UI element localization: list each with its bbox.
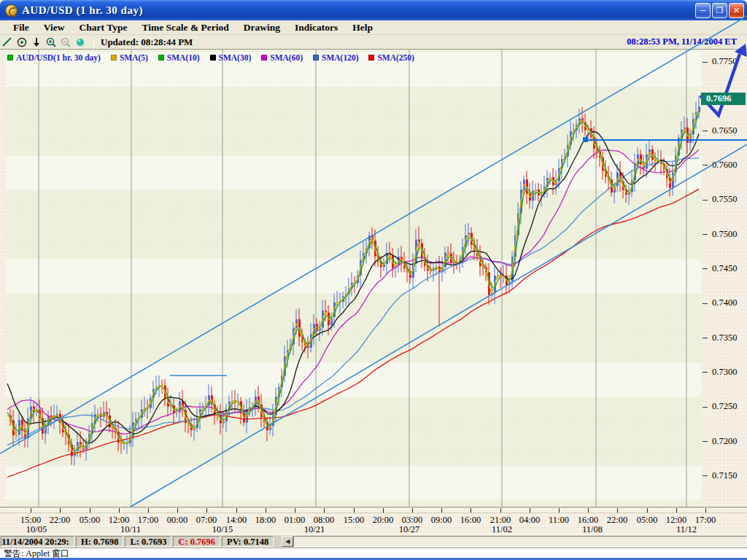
price-axis-label: 0.7550 <box>712 194 747 205</box>
legend-swatch <box>368 55 374 61</box>
current-price-badge: 0.7696 <box>701 93 746 105</box>
menu-item-file[interactable]: File <box>6 21 36 34</box>
legend-label: SMA(30) <box>219 53 252 62</box>
legend-item-sma-60: SMA(60) <box>261 53 303 62</box>
menu-item-help[interactable]: Help <box>345 21 380 34</box>
price-axis-label: 0.7300 <box>712 367 747 378</box>
legend-swatch <box>7 55 13 61</box>
legend-label: AUD/USD(1 hr. 30 day) <box>16 53 101 62</box>
price-tick <box>703 200 708 201</box>
applet-warning-bar: 警告: Applet 窗口 <box>0 548 747 558</box>
maximize-button[interactable]: ❐ <box>712 3 727 18</box>
toolbar-separator <box>93 37 94 47</box>
updated-timestamp: Updated: 08:28:44 PM <box>98 36 193 48</box>
time-tick <box>324 508 325 513</box>
legend-swatch <box>210 55 216 61</box>
legend-swatch <box>261 55 267 61</box>
window-title: AUD/USD (1 hr. 30 day) <box>22 4 143 17</box>
price-tick <box>703 475 708 476</box>
time-tick <box>441 508 442 513</box>
time-axis-label: 15:00 <box>344 515 364 526</box>
legend-swatch <box>111 55 117 61</box>
close-button[interactable]: ✕ <box>729 3 744 18</box>
legend-label: SMA(5) <box>120 53 148 62</box>
legend-item-sma-5: SMA(5) <box>111 53 148 62</box>
status-pivot: PV: 0.7148 <box>222 536 274 547</box>
legend-label: SMA(250) <box>377 53 414 62</box>
time-tick <box>119 508 120 513</box>
time-tick <box>236 508 237 513</box>
menu-item-chart-type[interactable]: Chart Type <box>72 21 135 34</box>
time-axis-label: 00:00 <box>167 515 187 526</box>
time-axis: 15:0022:0005:0012:0017:0000:0007:0014:00… <box>0 507 747 534</box>
time-tick <box>617 508 618 513</box>
time-axis-label: 04:00 <box>519 515 540 526</box>
time-axis-label: 22:00 <box>607 515 627 526</box>
price-axis-label: 0.7450 <box>712 263 747 274</box>
time-axis-label: 09:00 <box>431 515 452 526</box>
date-axis-label: 11/12 <box>676 524 697 535</box>
price-axis-label: 0.7600 <box>712 160 747 171</box>
price-tick <box>703 234 708 235</box>
time-tick <box>31 508 31 513</box>
chart-plot-area[interactable]: AUD/USD(1 hr. 30 day)SMA(5)SMA(10)SMA(30… <box>0 50 747 507</box>
time-axis-label: 11:00 <box>549 515 569 526</box>
menu-item-time-scale-period[interactable]: Time Scale & Period <box>134 21 236 34</box>
price-tick <box>703 62 708 63</box>
time-tick <box>705 508 706 513</box>
time-axis-label: 16:00 <box>460 515 481 526</box>
price-axis-label: 0.7250 <box>712 401 747 412</box>
price-tick <box>703 268 708 269</box>
time-tick <box>500 508 501 513</box>
price-axis-label: 0.7750 <box>712 56 747 67</box>
time-tick <box>588 508 589 513</box>
time-axis-label: 17:00 <box>695 515 716 526</box>
time-tick <box>383 508 384 513</box>
time-tick <box>676 508 677 513</box>
zoom-out-icon[interactable] <box>58 36 73 48</box>
date-axis-label: 10/15 <box>212 524 233 535</box>
legend-item-sma-120: SMA(120) <box>313 53 358 62</box>
time-tick <box>647 508 648 513</box>
time-tick <box>148 508 149 513</box>
menu-item-view[interactable]: View <box>36 21 72 34</box>
price-tick <box>703 338 708 338</box>
trendline-tool-icon[interactable] <box>0 36 15 48</box>
time-tick <box>530 508 530 513</box>
time-tick <box>177 508 178 513</box>
date-axis-label: 11/08 <box>582 524 603 535</box>
price-tick <box>703 372 708 373</box>
scrollbar-track[interactable] <box>293 536 747 547</box>
status-high: H: 0.7698 <box>76 536 123 547</box>
status-bar: 11/14/2004 20:29: H: 0.7698 L: 0.7693 C:… <box>0 534 747 548</box>
time-axis-label: 20:00 <box>373 515 393 526</box>
toolbar: Updated: 08:28:44 PM 08:28:53 PM, 11/14/… <box>0 35 747 50</box>
status-low: L: 0.7693 <box>125 536 171 547</box>
legend-label: SMA(120) <box>322 53 358 62</box>
title-bar[interactable]: AUD/USD (1 hr. 30 day) ─ ❐ ✕ <box>0 0 747 20</box>
time-tick <box>206 508 207 513</box>
legend-item-sma-30: SMA(30) <box>210 53 252 62</box>
server-clock: 08:28:53 PM, 11/14/2004 ET <box>627 36 747 47</box>
menu-item-drawing[interactable]: Drawing <box>236 21 287 34</box>
legend-item-sma-10: SMA(10) <box>158 53 200 62</box>
price-axis-label: 0.7500 <box>712 229 747 240</box>
minimize-button[interactable]: ─ <box>695 3 711 18</box>
legend-swatch <box>158 55 164 61</box>
status-close: C: 0.7696 <box>173 536 220 547</box>
time-tick <box>60 508 61 513</box>
price-tick <box>703 407 708 408</box>
price-axis-label: 0.7400 <box>712 298 747 308</box>
price-tick <box>703 131 708 131</box>
zoom-in-icon[interactable] <box>44 36 58 48</box>
scrollbar-left-arrow-icon[interactable]: ◀ <box>282 536 293 547</box>
legend-label: SMA(10) <box>167 53 200 62</box>
date-axis-label: 10/21 <box>304 524 325 535</box>
crosshair-icon[interactable] <box>15 36 29 48</box>
time-axis-label: 05:00 <box>80 515 100 526</box>
chart-legend: AUD/USD(1 hr. 30 day)SMA(5)SMA(10)SMA(30… <box>7 53 425 62</box>
price-tick <box>703 441 708 442</box>
down-arrow-icon[interactable] <box>29 36 44 48</box>
price-tick <box>703 165 708 166</box>
menu-item-indicators[interactable]: Indicators <box>287 21 345 34</box>
